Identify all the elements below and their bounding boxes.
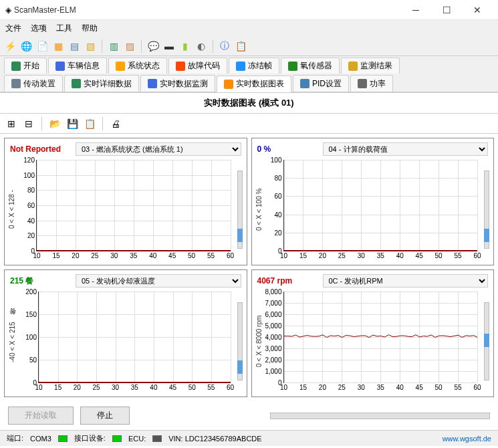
row1-tab-4[interactable]: 冻结帧 (229, 58, 279, 74)
chart-vslider[interactable] (484, 302, 489, 380)
add-chart-icon[interactable]: ⊞ (5, 118, 17, 130)
ecu-label: ECU: (128, 435, 146, 443)
xtick: 35 (377, 251, 384, 259)
ytick: 80 (27, 187, 37, 194)
xtick: 15 (299, 382, 307, 391)
ytick: 100 (25, 334, 39, 341)
window-title: ScanMaster-ELM (11, 5, 400, 15)
xtick: 25 (92, 382, 100, 391)
panel-title: 实时数据图表 (模式 01) (0, 92, 498, 114)
row2-tab-3[interactable]: 实时数据图表 (217, 76, 291, 92)
tab-icon (72, 79, 81, 88)
map-icon[interactable]: ▧ (84, 40, 96, 52)
xtick: 55 (454, 382, 461, 391)
row2-tab-0[interactable]: 传动装置 (4, 75, 63, 92)
close-button[interactable]: ✕ (462, 0, 493, 20)
tab-icon (176, 62, 185, 71)
menu-help[interactable]: 帮助 (82, 23, 98, 34)
ytick: 200 (25, 288, 39, 296)
row1-tab-1[interactable]: 车辆信息 (48, 58, 107, 74)
iface-label: 接口设备: (74, 433, 106, 443)
xtick: 10 (280, 382, 287, 391)
list2-icon[interactable]: ▨ (124, 40, 136, 52)
chart-vslider[interactable] (484, 171, 489, 249)
globe-icon[interactable]: 🌐 (20, 40, 32, 52)
ytick: 40 (27, 217, 37, 224)
ytick: 4,000 (265, 334, 283, 341)
row1-tab-5[interactable]: 氧传感器 (281, 58, 340, 74)
chart-vslider[interactable] (237, 302, 243, 380)
clipboard-icon[interactable]: 📋 (84, 118, 96, 130)
xtick: 20 (319, 251, 326, 259)
xtick: 30 (110, 251, 118, 259)
xtick: 45 (169, 382, 176, 391)
website-link[interactable]: www.wgsoft.de (443, 435, 491, 443)
gauge-icon[interactable]: ◐ (195, 40, 207, 52)
row1-tab-6[interactable]: 监测结果 (341, 58, 400, 74)
menu-tools[interactable]: 工具 (56, 23, 72, 34)
minimize-button[interactable]: ─ (400, 0, 431, 20)
xtick: 40 (396, 251, 404, 259)
xtick: 20 (72, 251, 79, 259)
menu-options[interactable]: 选项 (31, 23, 47, 34)
report-icon[interactable]: 📋 (235, 40, 247, 52)
doc-icon[interactable]: 📄 (36, 40, 48, 52)
remove-chart-icon[interactable]: ⊟ (23, 118, 35, 130)
ytick: 100 (271, 156, 284, 164)
pid-select[interactable]: 04 - 计算的载荷值 (323, 142, 489, 156)
plot-area: 01,0002,0003,0004,0005,0006,0007,0008,00… (283, 292, 478, 383)
print-icon[interactable]: 🖨 (110, 118, 122, 130)
stop-button[interactable]: 停止 (80, 407, 130, 425)
ytick: 5,000 (265, 322, 283, 330)
tab-label: 氧传感器 (300, 60, 332, 72)
row2-tab-2[interactable]: 实时数据监测 (140, 75, 215, 92)
ytick: 40 (274, 211, 283, 218)
row2-tab-4[interactable]: PID设置 (293, 75, 349, 92)
time-slider[interactable] (270, 413, 490, 419)
tab-icon (11, 62, 21, 71)
tab-icon (11, 79, 21, 88)
xtick: 15 (54, 382, 61, 391)
statusbar: 端口: COM3 接口设备: ECU: VIN: LDC123456789ABC… (0, 430, 498, 446)
tab-label: 故障代码 (188, 60, 220, 72)
iface-led-icon (112, 435, 122, 442)
xtick: 30 (358, 382, 365, 391)
xtick: 60 (227, 382, 234, 391)
table-icon[interactable]: ▤ (68, 40, 80, 52)
start-read-button[interactable]: 开始读取 (8, 407, 74, 425)
row2-tab-1[interactable]: 实时详细数据 (64, 75, 139, 92)
list1-icon[interactable]: ▥ (108, 40, 120, 52)
xtick: 60 (473, 251, 481, 259)
separator (102, 117, 103, 130)
xtick: 50 (188, 251, 195, 259)
open-icon[interactable]: 📂 (49, 118, 61, 130)
menu-file[interactable]: 文件 (5, 23, 21, 34)
xtick: 25 (338, 251, 346, 259)
pid-select[interactable]: 05 - 发动机冷却液温度 (76, 274, 241, 288)
pid-select[interactable]: 0C - 发动机RPM (323, 274, 489, 288)
battery-icon[interactable]: ▮ (179, 40, 191, 52)
xtick: 15 (299, 251, 307, 259)
chat-icon[interactable]: 💬 (147, 40, 159, 52)
xtick: 40 (149, 251, 156, 259)
lightning-icon[interactable]: ⚡ (4, 40, 16, 52)
grid-icon[interactable]: ▦ (52, 40, 64, 52)
maximize-button[interactable]: ☐ (431, 0, 462, 20)
row1-tab-3[interactable]: 故障代码 (168, 58, 227, 74)
pid-select[interactable]: 03 - 燃油系统状态 (燃油系统 1) (76, 142, 241, 156)
monitor-icon[interactable]: ▬ (163, 40, 175, 52)
xtick: 45 (416, 251, 423, 259)
save-icon[interactable]: 💾 (66, 118, 78, 130)
chart-ylabel: 0 < X < 8000 rpm (255, 289, 263, 394)
chart-2: 215 餐05 - 发动机冷却液温度-40 < X < 215 餐0501001… (4, 269, 247, 397)
data-line (284, 292, 478, 382)
xtick: 40 (150, 382, 157, 391)
row2-tab-5[interactable]: 功率 (350, 75, 393, 92)
row1-tab-0[interactable]: 开始 (4, 58, 47, 74)
row1-tab-2[interactable]: 系统状态 (108, 58, 167, 74)
ytick: 60 (274, 193, 283, 200)
chart-ylabel: 0 < X < 100 % (255, 157, 263, 262)
chart-vslider[interactable] (237, 171, 243, 249)
info-icon[interactable]: ⓘ (219, 40, 231, 52)
tab-icon (348, 62, 358, 71)
